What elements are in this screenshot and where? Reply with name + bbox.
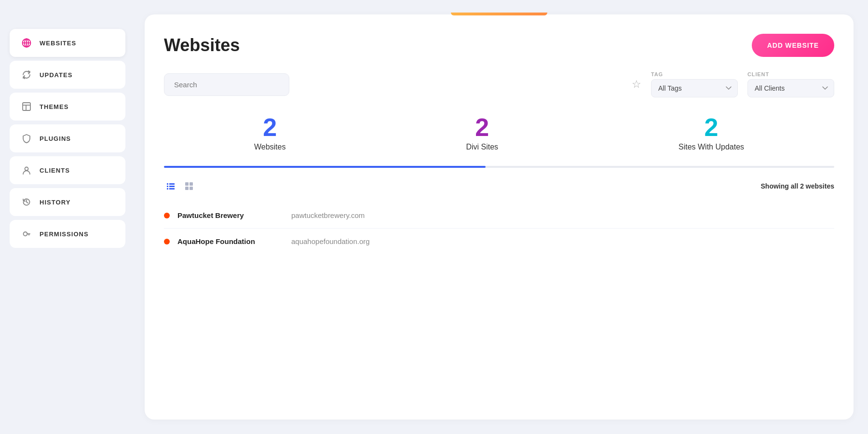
progress-bar-fill [164,166,486,168]
table-row[interactable]: Pawtucket Brewery pawtucketbrewery.com [164,203,834,229]
table-row[interactable]: AquaHope Foundation aquahopefoundation.o… [164,229,834,254]
website-url-pawtucket: pawtucketbrewery.com [291,211,834,219]
stats-row: 2 Websites 2 Divi Sites 2 Sites With Upd… [164,115,834,166]
person-icon [21,165,32,176]
refresh-icon [21,69,32,80]
sidebar-item-permissions[interactable]: PERMISSIONS [10,220,125,248]
website-name-pawtucket: Pawtucket Brewery [177,211,284,219]
star-icon[interactable]: ☆ [632,78,641,91]
page-title: Websites [164,35,240,55]
svg-rect-10 [169,183,175,185]
sidebar-item-plugins-label: PLUGINS [40,135,71,142]
svg-rect-15 [185,182,189,186]
svg-rect-11 [167,186,168,187]
key-icon [21,229,32,239]
status-dot-pawtucket [164,213,170,218]
stat-websites-label: Websites [254,143,286,151]
stat-updates: 2 Sites With Updates [678,115,744,151]
stat-updates-label: Sites With Updates [678,143,744,151]
tag-filter-select[interactable]: All Tags [651,79,738,97]
sidebar-item-permissions-label: PERMISSIONS [40,231,89,238]
add-website-button[interactable]: ADD WEBSITE [752,34,834,57]
history-icon [21,197,32,207]
website-list: Pawtucket Brewery pawtucketbrewery.com A… [164,203,834,254]
main-content: Websites ADD WEBSITE ☆ TAG All Tags CLIE… [135,0,868,434]
client-filter-label: CLIENT [747,71,834,77]
sidebar: WEBSITES UPDATES THEMES [0,0,135,434]
svg-rect-17 [185,187,189,190]
sidebar-item-clients-label: CLIENTS [40,167,70,174]
svg-rect-4 [23,103,30,110]
sidebar-item-websites-label: WEBSITES [40,40,76,47]
stat-websites: 2 Websites [254,115,286,151]
tag-filter-label: TAG [651,71,738,77]
website-url-aquahope: aquahopefoundation.org [291,237,834,245]
tag-filter-group: TAG All Tags [651,71,738,97]
sidebar-item-themes[interactable]: THEMES [10,93,125,121]
stat-divi-sites: 2 Divi Sites [466,115,498,151]
search-input[interactable] [164,73,289,96]
content-header: Websites ADD WEBSITE [164,34,834,57]
filters-row: ☆ TAG All Tags CLIENT All Clients [164,71,834,97]
list-controls: Showing all 2 websites [164,179,834,193]
stat-websites-number: 2 [263,115,277,140]
sidebar-item-plugins[interactable]: PLUGINS [10,124,125,152]
shield-icon [21,133,32,144]
globe-icon [21,38,32,48]
grid-view-button[interactable] [182,179,196,193]
sidebar-item-clients[interactable]: CLIENTS [10,156,125,184]
stat-divi-number: 2 [475,115,489,140]
layout-icon [21,101,32,112]
svg-rect-14 [169,188,175,190]
svg-rect-12 [169,186,175,187]
stat-divi-label: Divi Sites [466,143,498,151]
stat-updates-number: 2 [705,115,719,140]
list-view-button[interactable] [164,179,177,193]
sidebar-item-themes-label: THEMES [40,103,68,110]
client-filter-select[interactable]: All Clients [747,79,834,97]
svg-rect-16 [190,182,193,186]
website-name-aquahope: AquaHope Foundation [177,237,284,245]
top-bar-decoration [451,13,547,15]
view-icons [164,179,196,193]
sidebar-item-updates-label: UPDATES [40,71,72,79]
sidebar-item-websites[interactable]: WEBSITES [10,29,125,57]
client-filter-group: CLIENT All Clients [747,71,834,97]
sidebar-item-history-label: HISTORY [40,199,70,206]
showing-text: Showing all 2 websites [761,182,834,190]
svg-rect-18 [190,187,193,190]
sidebar-item-history[interactable]: HISTORY [10,188,125,216]
content-card: Websites ADD WEBSITE ☆ TAG All Tags CLIE… [145,14,854,420]
sidebar-item-updates[interactable]: UPDATES [10,61,125,89]
svg-rect-9 [167,183,168,185]
progress-bar-container [164,166,834,168]
status-dot-aquahope [164,239,170,244]
svg-rect-13 [167,188,168,190]
svg-point-7 [25,167,28,171]
